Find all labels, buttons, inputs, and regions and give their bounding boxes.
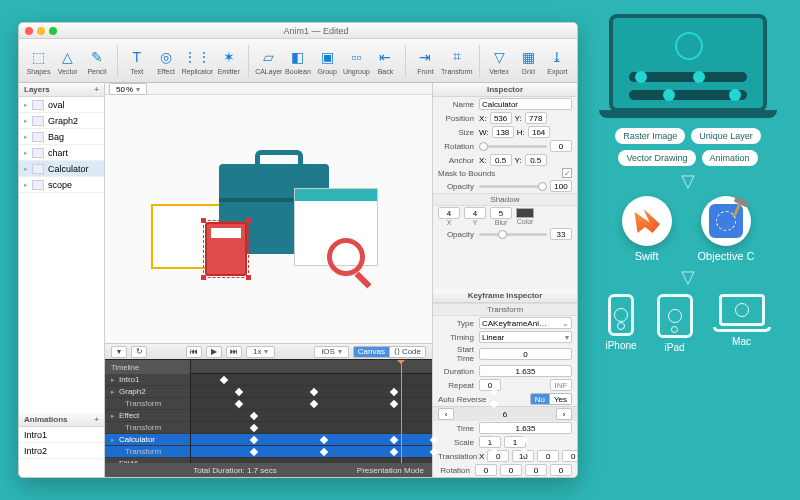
animation-row[interactable]: Intro1	[19, 427, 104, 443]
kf-rot-w[interactable]: 0	[550, 464, 572, 476]
timeline-track-label[interactable]: ▸Calculator	[105, 434, 190, 446]
layer-row[interactable]: ▸chart	[19, 145, 104, 161]
presentation-mode-label[interactable]: Presentation Mode	[357, 466, 424, 475]
timeline-loop-button[interactable]: ↻	[131, 346, 147, 358]
anchor-y-field[interactable]: 0.5	[525, 154, 547, 166]
keyframe-icon[interactable]	[390, 400, 398, 408]
kf-rot-x[interactable]: 0	[475, 464, 497, 476]
layer-row[interactable]: ▸scope	[19, 177, 104, 193]
timeline-tracks[interactable]	[191, 360, 432, 477]
replicator-tool[interactable]: ⋮⋮Replicator	[182, 47, 214, 75]
shadow-opacity-slider[interactable]	[479, 233, 547, 236]
rotation-slider[interactable]	[479, 145, 547, 148]
shadow-x-field[interactable]: 4	[438, 207, 460, 219]
layer-calculator[interactable]	[205, 222, 247, 276]
kf-prev-button[interactable]: ‹	[438, 408, 454, 420]
keyframe-icon[interactable]	[320, 436, 328, 444]
kf-tr-w[interactable]: 0	[562, 450, 578, 462]
timeline-track[interactable]	[191, 410, 432, 422]
kf-rot-z[interactable]: 0	[525, 464, 547, 476]
code-mode-button[interactable]: ⟨⟩Code	[390, 346, 426, 358]
kf-start-field[interactable]: 0	[479, 348, 572, 360]
window-close-icon[interactable]	[25, 27, 33, 35]
kf-repeat-field[interactable]: 0	[479, 379, 501, 391]
keyframe-icon[interactable]	[390, 436, 398, 444]
anchor-x-field[interactable]: 0.5	[490, 154, 512, 166]
vector-tool[interactable]: △Vector	[54, 47, 81, 75]
speed-select[interactable]: 1x▾	[246, 346, 275, 358]
layer-row[interactable]: ▸oval	[19, 97, 104, 113]
back-tool[interactable]: ⇤Back	[372, 47, 399, 75]
mask-checkbox[interactable]: ✓	[562, 168, 572, 178]
play-button[interactable]: ▶	[206, 346, 222, 358]
canvas-mode-button[interactable]: Canvas	[353, 346, 390, 358]
ungroup-tool[interactable]: ▫▫Ungroup	[343, 47, 370, 75]
timeline-track-label[interactable]: ▸Effect	[105, 410, 190, 422]
keyframe-icon[interactable]	[390, 448, 398, 456]
keyframe-icon[interactable]	[250, 424, 258, 432]
kf-autoreverse-segment[interactable]: No Yes	[530, 393, 572, 405]
timeline-track[interactable]	[191, 398, 432, 410]
export-tool[interactable]: ⤓Export	[544, 47, 571, 75]
timeline-track[interactable]	[191, 446, 432, 458]
keyframe-icon[interactable]	[250, 448, 258, 456]
shadow-y-field[interactable]: 4	[464, 207, 486, 219]
target-select[interactable]: iOS▾	[314, 346, 348, 358]
playhead[interactable]	[401, 360, 402, 477]
kf-type-select[interactable]: CAKeyframeAni…⌄	[479, 317, 572, 329]
shapes-tool[interactable]: ⬚Shapes	[25, 47, 52, 75]
transform-tool[interactable]: ⌗Transform	[441, 47, 473, 75]
timeline-track-label[interactable]: Transform	[105, 422, 190, 434]
pencil-tool[interactable]: ✎Pencil	[83, 47, 110, 75]
effect-tool[interactable]: ◎Effect	[152, 47, 179, 75]
kf-next-button[interactable]: ›	[556, 408, 572, 420]
opacity-slider[interactable]	[479, 185, 547, 188]
window-minimize-icon[interactable]	[37, 27, 45, 35]
shadow-blur-field[interactable]: 5	[490, 207, 512, 219]
layer-row[interactable]: ▸Calculator	[19, 161, 104, 177]
zoom-select[interactable]: 50 % ▾	[109, 83, 147, 95]
height-field[interactable]: 164	[528, 126, 550, 138]
timeline-track-label[interactable]: Transform	[105, 398, 190, 410]
timeline-track[interactable]	[191, 386, 432, 398]
front-tool[interactable]: ⇥Front	[412, 47, 439, 75]
shadow-opacity-field[interactable]: 33	[550, 228, 572, 240]
grid-tool[interactable]: ▦Grid	[515, 47, 542, 75]
shadow-color-swatch[interactable]	[516, 208, 534, 218]
vertex-tool[interactable]: ▽Vertex	[485, 47, 512, 75]
text-tool[interactable]: TText	[123, 47, 150, 75]
forward-button[interactable]: ⏭	[226, 346, 242, 358]
width-field[interactable]: 138	[492, 126, 514, 138]
window-zoom-icon[interactable]	[49, 27, 57, 35]
kf-duration-field[interactable]: 1.635	[479, 365, 572, 377]
canvas[interactable]	[105, 95, 432, 343]
keyframe-icon[interactable]	[310, 388, 318, 396]
add-animation-button[interactable]: +	[94, 415, 99, 424]
layer-scope[interactable]	[327, 238, 365, 276]
timeline-track-label[interactable]: Transform	[105, 446, 190, 458]
kf-inf-button[interactable]: INF	[550, 379, 572, 391]
kf-timing-select[interactable]: Linear▾	[479, 331, 572, 343]
keyframe-icon[interactable]	[235, 400, 243, 408]
keyframe-icon[interactable]	[310, 400, 318, 408]
keyframe-icon[interactable]	[320, 448, 328, 456]
rewind-button[interactable]: ⏮	[186, 346, 202, 358]
calayer-tool[interactable]: ▱CALayer	[255, 47, 282, 75]
timeline-track[interactable]	[191, 374, 432, 386]
kf-rot-y[interactable]: 0	[500, 464, 522, 476]
emitter-tool[interactable]: ✶Emitter	[215, 47, 242, 75]
keyframe-icon[interactable]	[250, 436, 258, 444]
kf-time-field[interactable]: 1.635	[479, 422, 572, 434]
kf-tr-z[interactable]: 0	[537, 450, 559, 462]
timeline-track-label[interactable]: ▸Intro1	[105, 374, 190, 386]
keyframe-icon[interactable]	[390, 388, 398, 396]
group-tool[interactable]: ▣Group	[314, 47, 341, 75]
layer-row[interactable]: ▸Bag	[19, 129, 104, 145]
keyframe-icon[interactable]	[235, 388, 243, 396]
opacity-field[interactable]: 100	[550, 180, 572, 192]
boolean-tool[interactable]: ◧Boolean	[284, 47, 311, 75]
name-field[interactable]: Calculator	[479, 98, 572, 110]
position-x-field[interactable]: 536	[490, 112, 512, 124]
timeline-track[interactable]	[191, 434, 432, 446]
animation-row[interactable]: Intro2	[19, 443, 104, 459]
